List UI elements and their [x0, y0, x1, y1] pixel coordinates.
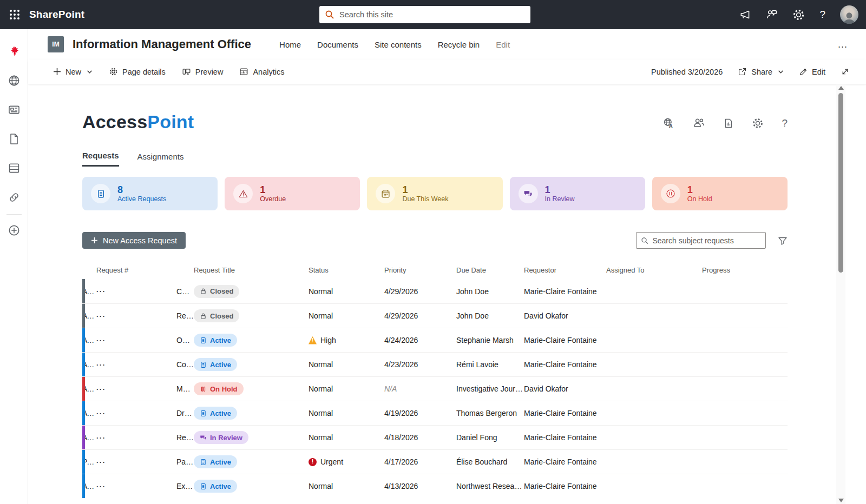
translate-icon[interactable]: A — [663, 117, 675, 129]
app-launcher-icon[interactable] — [0, 0, 29, 29]
new-access-request-button[interactable]: New Access Request — [82, 232, 186, 249]
app-help-icon[interactable]: ? — [782, 117, 788, 129]
share-button[interactable]: Share — [738, 67, 784, 76]
col-requestor[interactable]: Requestor — [524, 266, 606, 274]
analytics-button[interactable]: Analytics — [239, 67, 284, 76]
request-search-input[interactable] — [652, 236, 761, 245]
row-accent-bar — [82, 377, 85, 401]
feedback-icon[interactable] — [766, 9, 778, 21]
tab-requests[interactable]: Requests — [82, 151, 119, 167]
edit-button[interactable]: Edit — [799, 68, 825, 76]
news-icon[interactable] — [0, 95, 28, 124]
site-search[interactable] — [319, 6, 530, 23]
expand-icon[interactable] — [841, 67, 850, 76]
request-title[interactable]: Records for 2024 pesticide c... — [176, 433, 194, 442]
warning-icon — [233, 184, 253, 203]
table-row[interactable]: ATIP-2026-0011 ··· Opioid Action Plan Im… — [82, 328, 788, 352]
row-more-icon[interactable]: ··· — [96, 361, 176, 369]
app-settings-icon[interactable] — [752, 117, 764, 129]
site-logo[interactable]: IM — [48, 36, 64, 52]
card-on-hold[interactable]: 1On Hold — [652, 177, 788, 210]
col-progress[interactable]: Progress — [702, 266, 788, 274]
due-date: 4/23/2026 — [384, 360, 456, 369]
card-overdue[interactable]: 1Overdue — [225, 177, 360, 210]
request-title[interactable]: Drug X-447 Briefing Notes — [176, 409, 194, 417]
row-more-icon[interactable]: ··· — [96, 482, 176, 490]
status-label: Active — [210, 336, 231, 344]
nav-site-contents[interactable]: Site contents — [375, 40, 422, 49]
document-icon[interactable] — [0, 124, 28, 154]
request-title[interactable]: Market monitoring records f... — [176, 384, 194, 393]
priority-cell: Normal — [309, 360, 384, 369]
lock-icon — [200, 313, 207, 320]
more-options-icon[interactable]: ... — [838, 39, 848, 50]
request-title[interactable]: Participant's health informati... — [176, 457, 194, 466]
vertical-scrollbar[interactable] — [836, 84, 845, 504]
request-title[interactable]: COVID 19 Return to Office Pr... — [176, 287, 194, 296]
row-more-icon[interactable]: ··· — [96, 409, 176, 417]
chat-icon — [519, 184, 538, 203]
warning-icon — [309, 336, 317, 344]
table-row[interactable]: ATIP-2026-0001 ··· Drug X-447 Briefing N… — [82, 401, 788, 425]
request-search[interactable] — [636, 232, 766, 249]
request-title[interactable]: Correspondence with health ... — [176, 360, 194, 369]
due-date: N/A — [384, 384, 456, 393]
table-row[interactable]: ATIP-2026-0002 ··· External Consulting C… — [82, 474, 788, 498]
globe-icon[interactable] — [0, 66, 28, 95]
col-priority[interactable]: Priority — [384, 266, 456, 274]
table-row[interactable]: PA-2026-0001 ··· Participant's health in… — [82, 449, 788, 474]
col-title[interactable]: Request Title — [194, 266, 309, 274]
priority-label: Normal — [309, 311, 333, 320]
maple-leaf-icon[interactable] — [0, 37, 28, 66]
tab-assignments[interactable]: Assignments — [137, 151, 184, 167]
page-details-button[interactable]: Page details — [109, 67, 166, 76]
table-row[interactable]: ATIP-2026-0012 ··· Records on the Budget… — [82, 303, 788, 328]
card-in-review[interactable]: 1In Review — [510, 177, 645, 210]
row-more-icon[interactable]: ··· — [96, 458, 176, 466]
avatar[interactable] — [840, 5, 858, 24]
preview-button[interactable]: Preview — [182, 67, 224, 76]
requestor: Northwest Research... — [456, 482, 524, 490]
assigned-to: Marie-Claire Fontaine — [524, 287, 606, 296]
row-more-icon[interactable]: ··· — [96, 287, 176, 295]
request-title[interactable]: Opioid Action Plan Impleme... — [176, 336, 194, 344]
col-due-date[interactable]: Due Date — [456, 266, 524, 274]
nav-home[interactable]: Home — [279, 40, 301, 49]
report-icon[interactable] — [723, 118, 734, 129]
site-search-input[interactable] — [339, 10, 525, 19]
card-due-this-week[interactable]: 1Due This Week — [367, 177, 502, 210]
row-more-icon[interactable]: ··· — [96, 312, 176, 320]
list-icon[interactable] — [0, 154, 28, 183]
help-icon[interactable]: ? — [819, 9, 825, 21]
nav-recycle-bin[interactable]: Recycle bin — [438, 40, 480, 49]
nav-documents[interactable]: Documents — [317, 40, 358, 49]
row-more-icon[interactable]: ··· — [96, 336, 176, 344]
scrollbar-thumb[interactable] — [838, 93, 843, 273]
scroll-down-icon[interactable] — [838, 499, 844, 502]
table-row[interactable]: ATIP-2026-0005 ··· Correspondence with h… — [82, 352, 788, 376]
table-row[interactable]: ATIP-2026-0004 ··· Market monitoring rec… — [82, 376, 788, 401]
card-active-requests[interactable]: 8Active Requests — [82, 177, 218, 210]
table-row[interactable]: ATIP-2026-0013 ··· COVID 19 Return to Of… — [82, 279, 788, 303]
status-badge: Closed — [194, 309, 239, 322]
nav-edit[interactable]: Edit — [496, 40, 510, 49]
add-icon[interactable] — [0, 216, 28, 245]
new-button[interactable]: New — [53, 68, 93, 76]
megaphone-icon[interactable] — [739, 9, 751, 21]
col-assigned-to[interactable]: Assigned To — [606, 266, 702, 274]
people-icon[interactable] — [693, 117, 705, 129]
pause-icon — [661, 184, 680, 203]
scroll-up-icon[interactable] — [838, 86, 844, 90]
request-title[interactable]: Records on the Budget Revie... — [176, 311, 194, 320]
filter-icon[interactable] — [778, 236, 788, 246]
link-icon[interactable] — [0, 183, 28, 212]
settings-icon[interactable] — [792, 9, 805, 21]
col-request-id[interactable]: Request # — [96, 266, 176, 274]
row-more-icon[interactable]: ··· — [96, 385, 176, 393]
request-title[interactable]: External Consulting Contracts — [176, 482, 194, 490]
row-more-icon[interactable]: ··· — [96, 434, 176, 442]
left-rail — [0, 29, 28, 504]
table-row[interactable]: ATIP-2026-0003 ··· Records for 2024 pest… — [82, 425, 788, 449]
col-status[interactable]: Status — [309, 266, 384, 274]
memo-icon — [91, 184, 110, 203]
